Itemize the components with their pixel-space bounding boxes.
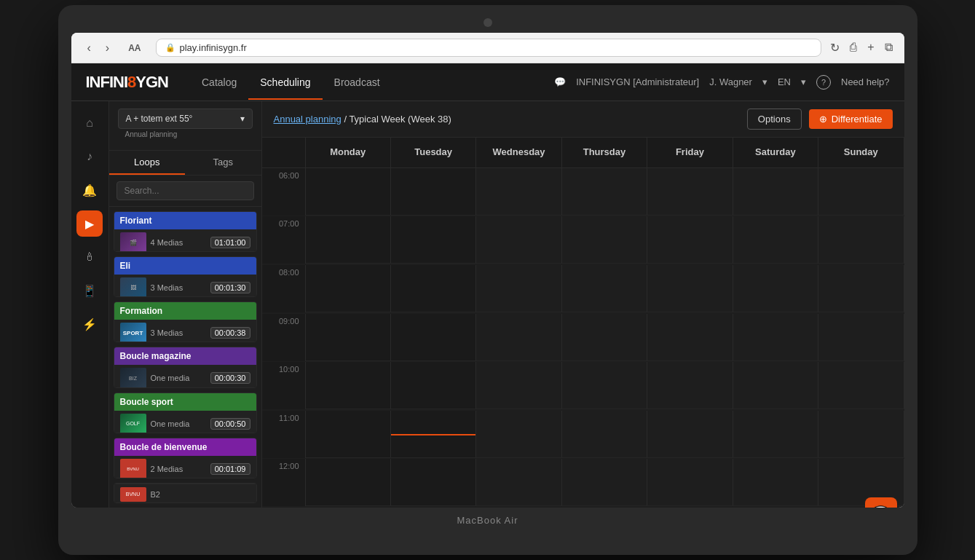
chat-button[interactable]: 💬 bbox=[865, 497, 897, 508]
sidebar-icon-music[interactable]: ♪ bbox=[76, 143, 103, 170]
sidebar-icon-mobile[interactable]: 📱 bbox=[76, 277, 103, 304]
cal-cell-thu-0900[interactable] bbox=[562, 314, 647, 361]
list-item[interactable]: Boucle sport GOLF One media 00:00:50 bbox=[114, 393, 257, 433]
list-item[interactable]: Boucle magazine BIZ One media 00:00:30 bbox=[114, 347, 257, 387]
breadcrumb: Annual planning / Typical Week (Week 38) bbox=[274, 114, 451, 125]
loop-media-count-boucle-magazine: One media bbox=[151, 374, 206, 382]
sidebar-icon-lightning[interactable]: ⚡ bbox=[76, 311, 103, 337]
cal-cell-wed-0900[interactable] bbox=[476, 314, 561, 361]
cal-cell-sat-0900[interactable] bbox=[733, 314, 818, 361]
device-select-button[interactable]: A + totem ext 55° ▾ bbox=[118, 109, 253, 129]
cal-cell-tue-1200[interactable] bbox=[391, 459, 476, 506]
browser-aa-label[interactable]: AA bbox=[122, 42, 146, 55]
loop-media-count-eli: 3 Medias bbox=[151, 283, 206, 292]
left-panel: A + totem ext 55° ▾ Annual planning Loop… bbox=[109, 101, 262, 508]
search-input[interactable] bbox=[117, 181, 254, 200]
reload-icon[interactable]: ↻ bbox=[830, 41, 840, 55]
cal-cell-thu-0800[interactable] bbox=[562, 265, 647, 312]
cal-cell-wed-0700[interactable] bbox=[476, 216, 561, 264]
cal-cell-fri-1100[interactable] bbox=[647, 411, 733, 458]
options-button[interactable]: Options bbox=[747, 109, 802, 130]
cal-cell-wed-1100[interactable] bbox=[476, 411, 561, 458]
cal-cell-mon-0700[interactable] bbox=[306, 216, 391, 264]
cal-cell-fri-0900[interactable] bbox=[647, 314, 733, 361]
cal-cell-sat-0700[interactable] bbox=[733, 216, 818, 264]
nav-catalog[interactable]: Catalog bbox=[190, 65, 248, 100]
loop-info-floriant: 4 Medias bbox=[151, 238, 206, 247]
list-item[interactable]: BVNU B2 bbox=[114, 483, 257, 503]
cal-cell-sun-1000[interactable] bbox=[818, 362, 904, 409]
cal-cell-wed-0800[interactable] bbox=[476, 265, 561, 312]
cal-cell-mon-1000[interactable] bbox=[306, 362, 391, 409]
loop-name-boucle-magazine: Boucle magazine bbox=[114, 347, 256, 365]
share-icon[interactable]: ⎙ bbox=[850, 41, 857, 55]
nav-scheduling[interactable]: Scheduling bbox=[248, 65, 322, 100]
loop-thumb-boucle-bienvenue: BVNU bbox=[120, 459, 146, 478]
cal-cell-sat-0800[interactable] bbox=[733, 265, 818, 312]
cal-cell-sun-1100[interactable] bbox=[818, 411, 904, 458]
tabs-icon[interactable]: ⧉ bbox=[885, 41, 893, 55]
sidebar-icon-home[interactable]: ⌂ bbox=[76, 110, 103, 136]
nav-broadcast[interactable]: Broadcast bbox=[323, 65, 392, 100]
cal-header-sunday: Sunday bbox=[818, 138, 904, 168]
list-item[interactable]: Floriant 🎬 4 Medias 01:01:00 bbox=[114, 211, 257, 252]
differentiate-button[interactable]: ⊕ Differentiate bbox=[809, 109, 893, 129]
browser-forward-button[interactable]: › bbox=[101, 40, 114, 56]
cal-cell-sat-0600[interactable] bbox=[733, 168, 818, 216]
lang-selector[interactable]: EN bbox=[778, 76, 791, 87]
cal-cell-thu-0600[interactable] bbox=[562, 168, 647, 216]
cal-cell-fri-0600[interactable] bbox=[647, 168, 733, 216]
cal-cell-sun-0600[interactable] bbox=[818, 168, 904, 216]
tab-loops[interactable]: Loops bbox=[109, 151, 186, 175]
cal-cell-sun-0700[interactable] bbox=[818, 216, 904, 264]
cal-cell-sat-1000[interactable] bbox=[733, 362, 818, 409]
cal-cell-mon-0900[interactable] bbox=[306, 314, 391, 361]
sidebar-icon-bell[interactable]: 🔔 bbox=[76, 177, 103, 203]
cal-cell-tue-0700[interactable] bbox=[391, 216, 476, 264]
breadcrumb-current: Typical Week (Week 38) bbox=[349, 114, 451, 125]
tab-tags[interactable]: Tags bbox=[185, 151, 261, 175]
cal-cell-tue-0600[interactable] bbox=[391, 168, 476, 216]
cal-cell-tue-1000[interactable] bbox=[391, 362, 476, 409]
cal-cell-thu-1200[interactable] bbox=[562, 459, 647, 506]
cal-cell-wed-1000[interactable] bbox=[476, 362, 561, 409]
add-tab-icon[interactable]: + bbox=[867, 41, 874, 55]
cal-cell-thu-1000[interactable] bbox=[562, 362, 647, 409]
cal-header-tuesday: Tuesday bbox=[391, 138, 476, 168]
cal-cell-thu-0700[interactable] bbox=[562, 216, 647, 264]
cal-cell-mon-0600[interactable] bbox=[306, 168, 391, 216]
cal-cell-sat-1200[interactable] bbox=[733, 459, 818, 506]
cal-cell-fri-0800[interactable] bbox=[647, 265, 733, 312]
cal-cell-sun-0800[interactable] bbox=[818, 265, 904, 312]
cal-cell-thu-1100[interactable] bbox=[562, 411, 647, 458]
cal-cell-fri-0700[interactable] bbox=[647, 216, 733, 264]
help-icon[interactable]: ? bbox=[816, 75, 831, 90]
help-label[interactable]: Need help? bbox=[841, 76, 890, 87]
loop-info-boucle-bienvenue: 2 Medias bbox=[151, 465, 206, 473]
loop-body-boucle-bienvenue: BVNU 2 Medias 00:01:09 bbox=[114, 456, 256, 478]
loop-body-formation: SPORT 3 Medias 00:00:38 bbox=[114, 320, 256, 342]
cal-cell-wed-1200[interactable] bbox=[476, 459, 561, 506]
browser-url-bar[interactable]: 🔒 play.infinisygn.fr bbox=[156, 39, 822, 57]
cal-cell-wed-0600[interactable] bbox=[476, 168, 561, 216]
breadcrumb-link[interactable]: Annual planning bbox=[274, 114, 342, 125]
lang-chevron-icon[interactable]: ▾ bbox=[801, 76, 806, 87]
cal-cell-sun-0900[interactable] bbox=[818, 314, 904, 361]
sidebar-icon-fire[interactable]: 🕯 bbox=[76, 244, 103, 270]
list-item[interactable]: Boucle de bienvenue BVNU 2 Medias 00:01:… bbox=[114, 438, 257, 478]
browser-back-button[interactable]: ‹ bbox=[83, 40, 95, 56]
cal-cell-tue-0800[interactable] bbox=[391, 265, 476, 312]
cal-cell-mon-1100[interactable] bbox=[306, 411, 391, 458]
list-item[interactable]: Formation SPORT 3 Medias 00:00:38 bbox=[114, 301, 257, 342]
cal-cell-tue-1100[interactable] bbox=[391, 411, 476, 458]
cal-cell-mon-0800[interactable] bbox=[306, 265, 391, 312]
cal-cell-mon-1200[interactable] bbox=[306, 459, 391, 506]
cal-cell-fri-1000[interactable] bbox=[647, 362, 733, 409]
cal-cell-sat-1100[interactable] bbox=[733, 411, 818, 458]
sidebar-icon-scheduling[interactable]: ▶ bbox=[76, 210, 103, 237]
cal-cell-fri-1200[interactable] bbox=[647, 459, 733, 506]
list-item[interactable]: Eli 🖼 3 Medias 00:01:30 bbox=[114, 256, 257, 297]
cal-cell-tue-0900[interactable] bbox=[391, 314, 476, 361]
user-chevron-icon[interactable]: ▾ bbox=[762, 76, 767, 87]
cal-header-friday: Friday bbox=[647, 138, 733, 168]
